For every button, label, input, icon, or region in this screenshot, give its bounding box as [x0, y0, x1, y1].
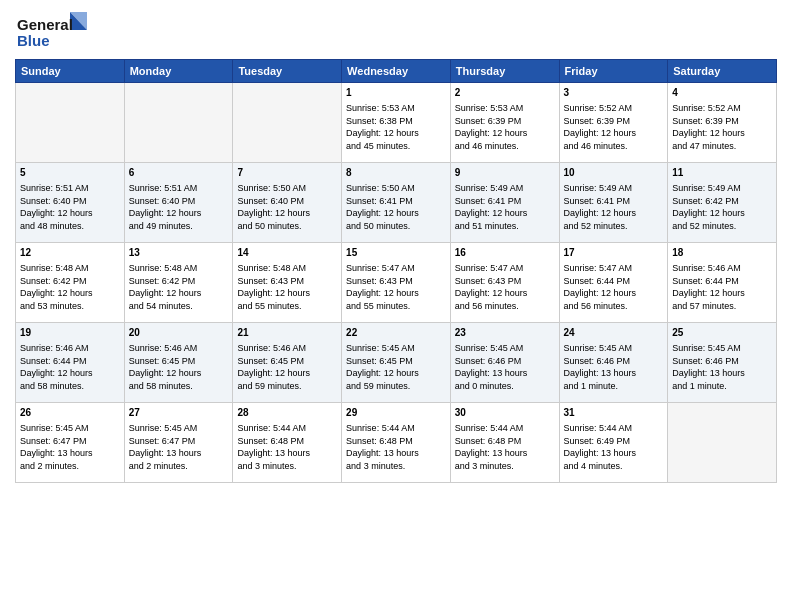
day-info: Daylight: 12 hours	[20, 367, 120, 380]
day-info: Daylight: 12 hours	[564, 207, 664, 220]
day-info: Sunset: 6:48 PM	[346, 435, 446, 448]
day-info: Sunset: 6:48 PM	[237, 435, 337, 448]
day-info: and 57 minutes.	[672, 300, 772, 313]
day-info: Sunrise: 5:45 AM	[455, 342, 555, 355]
day-info: Sunset: 6:44 PM	[564, 275, 664, 288]
day-number: 30	[455, 406, 555, 420]
day-info: Daylight: 12 hours	[237, 367, 337, 380]
calendar-week-row: 19Sunrise: 5:46 AMSunset: 6:44 PMDayligh…	[16, 323, 777, 403]
day-info: Sunrise: 5:46 AM	[20, 342, 120, 355]
day-number: 3	[564, 86, 664, 100]
day-info: Sunset: 6:44 PM	[20, 355, 120, 368]
day-number: 29	[346, 406, 446, 420]
day-info: Daylight: 12 hours	[129, 207, 229, 220]
day-info: Daylight: 13 hours	[455, 367, 555, 380]
calendar-cell: 29Sunrise: 5:44 AMSunset: 6:48 PMDayligh…	[342, 403, 451, 483]
day-info: Sunrise: 5:49 AM	[564, 182, 664, 195]
day-info: Sunset: 6:42 PM	[129, 275, 229, 288]
calendar-cell: 24Sunrise: 5:45 AMSunset: 6:46 PMDayligh…	[559, 323, 668, 403]
day-number: 4	[672, 86, 772, 100]
day-info: Sunset: 6:42 PM	[20, 275, 120, 288]
calendar-week-row: 1Sunrise: 5:53 AMSunset: 6:38 PMDaylight…	[16, 83, 777, 163]
day-info: Sunset: 6:49 PM	[564, 435, 664, 448]
calendar-cell: 31Sunrise: 5:44 AMSunset: 6:49 PMDayligh…	[559, 403, 668, 483]
day-info: Sunset: 6:47 PM	[20, 435, 120, 448]
day-info: Sunrise: 5:49 AM	[455, 182, 555, 195]
day-info: and 59 minutes.	[237, 380, 337, 393]
day-info: Daylight: 12 hours	[672, 207, 772, 220]
day-info: and 56 minutes.	[455, 300, 555, 313]
day-info: Sunrise: 5:51 AM	[129, 182, 229, 195]
calendar-cell: 25Sunrise: 5:45 AMSunset: 6:46 PMDayligh…	[668, 323, 777, 403]
day-info: and 58 minutes.	[20, 380, 120, 393]
day-number: 25	[672, 326, 772, 340]
calendar-cell: 2Sunrise: 5:53 AMSunset: 6:39 PMDaylight…	[450, 83, 559, 163]
day-number: 31	[564, 406, 664, 420]
day-info: Sunrise: 5:47 AM	[346, 262, 446, 275]
calendar-cell	[124, 83, 233, 163]
day-info: and 55 minutes.	[346, 300, 446, 313]
day-number: 18	[672, 246, 772, 260]
calendar-cell: 27Sunrise: 5:45 AMSunset: 6:47 PMDayligh…	[124, 403, 233, 483]
day-info: and 2 minutes.	[129, 460, 229, 473]
day-info: Sunrise: 5:44 AM	[237, 422, 337, 435]
day-info: Sunset: 6:46 PM	[564, 355, 664, 368]
day-info: Daylight: 12 hours	[672, 127, 772, 140]
day-info: Daylight: 12 hours	[455, 127, 555, 140]
calendar-cell: 21Sunrise: 5:46 AMSunset: 6:45 PMDayligh…	[233, 323, 342, 403]
day-info: Daylight: 12 hours	[455, 287, 555, 300]
day-info: Sunrise: 5:48 AM	[237, 262, 337, 275]
day-number: 15	[346, 246, 446, 260]
day-info: Sunset: 6:46 PM	[672, 355, 772, 368]
day-number: 22	[346, 326, 446, 340]
day-info: Daylight: 13 hours	[129, 447, 229, 460]
day-info: and 2 minutes.	[20, 460, 120, 473]
calendar-cell: 22Sunrise: 5:45 AMSunset: 6:45 PMDayligh…	[342, 323, 451, 403]
day-number: 7	[237, 166, 337, 180]
calendar-cell: 11Sunrise: 5:49 AMSunset: 6:42 PMDayligh…	[668, 163, 777, 243]
calendar-cell: 20Sunrise: 5:46 AMSunset: 6:45 PMDayligh…	[124, 323, 233, 403]
day-info: and 58 minutes.	[129, 380, 229, 393]
day-info: Sunset: 6:43 PM	[346, 275, 446, 288]
calendar-week-row: 26Sunrise: 5:45 AMSunset: 6:47 PMDayligh…	[16, 403, 777, 483]
day-info: Daylight: 12 hours	[129, 367, 229, 380]
day-info: and 3 minutes.	[455, 460, 555, 473]
day-info: and 55 minutes.	[237, 300, 337, 313]
day-info: Sunrise: 5:47 AM	[455, 262, 555, 275]
day-number: 21	[237, 326, 337, 340]
calendar-cell: 28Sunrise: 5:44 AMSunset: 6:48 PMDayligh…	[233, 403, 342, 483]
day-info: Sunset: 6:40 PM	[20, 195, 120, 208]
day-info: and 49 minutes.	[129, 220, 229, 233]
calendar-cell: 23Sunrise: 5:45 AMSunset: 6:46 PMDayligh…	[450, 323, 559, 403]
day-info: Daylight: 12 hours	[672, 287, 772, 300]
calendar-cell: 14Sunrise: 5:48 AMSunset: 6:43 PMDayligh…	[233, 243, 342, 323]
day-number: 20	[129, 326, 229, 340]
day-info: Sunset: 6:39 PM	[455, 115, 555, 128]
day-number: 12	[20, 246, 120, 260]
calendar-cell: 4Sunrise: 5:52 AMSunset: 6:39 PMDaylight…	[668, 83, 777, 163]
day-number: 24	[564, 326, 664, 340]
day-info: and 4 minutes.	[564, 460, 664, 473]
day-info: and 46 minutes.	[564, 140, 664, 153]
day-info: Sunset: 6:48 PM	[455, 435, 555, 448]
svg-text:General: General	[17, 16, 73, 33]
calendar-cell: 10Sunrise: 5:49 AMSunset: 6:41 PMDayligh…	[559, 163, 668, 243]
day-info: Sunrise: 5:53 AM	[346, 102, 446, 115]
day-number: 5	[20, 166, 120, 180]
day-info: Sunset: 6:38 PM	[346, 115, 446, 128]
day-info: Daylight: 12 hours	[564, 127, 664, 140]
day-number: 9	[455, 166, 555, 180]
weekday-header: Saturday	[668, 60, 777, 83]
day-info: Sunset: 6:47 PM	[129, 435, 229, 448]
day-info: Sunrise: 5:49 AM	[672, 182, 772, 195]
weekday-header: Sunday	[16, 60, 125, 83]
calendar-cell: 8Sunrise: 5:50 AMSunset: 6:41 PMDaylight…	[342, 163, 451, 243]
calendar-cell	[668, 403, 777, 483]
calendar-week-row: 12Sunrise: 5:48 AMSunset: 6:42 PMDayligh…	[16, 243, 777, 323]
day-info: Sunset: 6:41 PM	[346, 195, 446, 208]
day-info: and 1 minute.	[564, 380, 664, 393]
day-info: Daylight: 12 hours	[564, 287, 664, 300]
day-info: Sunset: 6:45 PM	[237, 355, 337, 368]
calendar-week-row: 5Sunrise: 5:51 AMSunset: 6:40 PMDaylight…	[16, 163, 777, 243]
day-number: 1	[346, 86, 446, 100]
